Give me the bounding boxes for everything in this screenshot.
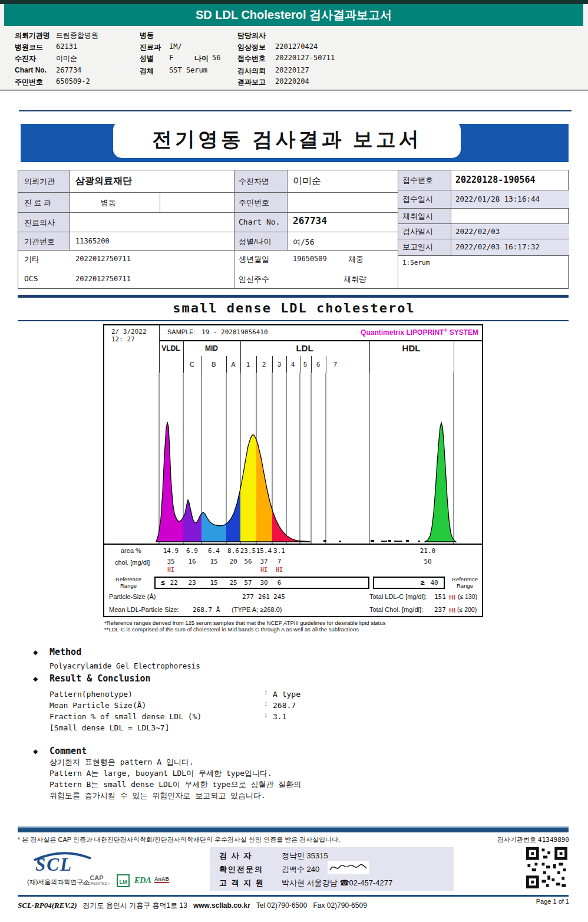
- sub-band-c: C: [190, 356, 194, 373]
- sample-value: 19 - 202819056410: [201, 328, 268, 336]
- doc-footer-line: SCL-RP04(REV.2) 경기도 용인시 기흥구 흥덕1로 13 www.…: [18, 901, 367, 911]
- cap-accredited-logo: CAP ACCREDITED✓: [80, 874, 113, 886]
- band-line: [272, 356, 273, 373]
- lipoprint-chart: 2/ 3/2022 12: 27 SAMPLE: 19 - 2028190564…: [103, 324, 483, 617]
- ref-value: 30: [260, 579, 267, 587]
- eda-logo: EDA: [134, 876, 151, 885]
- result-pattern-value: A type: [273, 690, 300, 699]
- grid-line: [18, 232, 398, 232]
- method-body: Polyacrylamide Gel Electrophoresis: [49, 661, 200, 670]
- customer-support-label: 고 객 지 원: [219, 878, 265, 888]
- registered-mark: ®: [444, 328, 447, 333]
- total-ldl-label: Total LDL-C [mg/dl]:: [369, 593, 427, 600]
- field-specimen: 검체SST Serum: [140, 66, 207, 76]
- divider: [18, 295, 569, 298]
- mean-row: Mean LDL-Particle Size: 268.7 Å (TYPE A;…: [104, 604, 482, 617]
- area-row: area % 14.9 6.9 6.4 8.6 23.5 15.4 3.1 21…: [104, 544, 482, 558]
- hi-flag: HI: [449, 607, 455, 614]
- field-department: 진료과IM/: [140, 42, 182, 52]
- sample-label: SAMPLE:: [167, 328, 196, 335]
- report-header: SD LDL Cholesterol 검사결과보고서 의뢰기관명드림종합병원 병…: [0, 0, 588, 91]
- value-chart-no: 267734: [293, 215, 327, 226]
- report-title-banner: SD LDL Cholesterol 검사결과보고서: [4, 4, 583, 26]
- sub-label-ward: 병동: [101, 197, 116, 208]
- lab-website: www.scllab.co.kr: [193, 901, 250, 910]
- area-value: 6.4: [208, 547, 220, 555]
- field-doctor: 담당의사: [237, 31, 275, 41]
- band-line: [183, 341, 184, 373]
- signature-scribble: [328, 861, 369, 874]
- electrophoresis-title: 전기영동 검사결과 보고서: [113, 121, 461, 158]
- sub-band-6: 6: [316, 356, 320, 373]
- grid-line: [398, 190, 569, 190]
- label-ocs: OCS: [24, 274, 38, 283]
- area-value: 23.5: [240, 547, 256, 555]
- value-patient-name: 이미순: [293, 175, 321, 187]
- value-reported-at: 2022/02/03 16:17:32: [455, 242, 540, 251]
- band-line: [159, 325, 160, 373]
- ref-value: 23: [188, 579, 196, 587]
- anab-logo: AnAB: [154, 876, 169, 883]
- divider: [19, 110, 572, 111]
- band-mid: MID: [205, 341, 218, 356]
- band-line: [311, 356, 312, 373]
- grid-line: [287, 170, 288, 250]
- label-resident-no: 주민번호: [239, 197, 269, 208]
- sub-band-3: 3: [278, 356, 281, 373]
- field-request-date: 검사의뢰20220127: [237, 66, 309, 76]
- grid-line: [160, 192, 160, 212]
- lm-logo: LM: [117, 874, 130, 887]
- mean-type: (TYPE A; ≥268.0): [232, 606, 282, 613]
- sub-band-7: 7: [333, 356, 337, 373]
- band-line: [300, 356, 300, 373]
- sub-band-b: B: [212, 356, 216, 373]
- field-request-org: 의뢰기관명드림종합병원: [15, 31, 98, 41]
- chol-value: 50: [424, 558, 431, 565]
- grid-line: [398, 208, 569, 209]
- grid-line: [18, 212, 398, 213]
- ref-value: 57: [244, 579, 252, 587]
- field-resident-no: 주민번호650509-2: [15, 77, 90, 87]
- colon: :: [264, 700, 268, 707]
- label-weight: 체중: [348, 254, 364, 265]
- result-fraction-value: 3.1: [273, 712, 286, 721]
- label-accession-no: 접수번호: [402, 175, 433, 186]
- accreditation-note: * 본 검사실은 CAP 인증과 대한진단검사의학회/진단검사의학재단의 우수검…: [18, 835, 340, 844]
- hi-flag: HI: [449, 594, 455, 601]
- result-pattern-label: Pattern(phenotype): [49, 690, 133, 699]
- area-value: 6.9: [186, 547, 198, 555]
- diamond-icon: ◆: [33, 746, 38, 756]
- value-sex-age: 여/56: [293, 237, 314, 248]
- chol-value: 7: [278, 558, 282, 565]
- divider: [18, 320, 569, 321]
- lab-address: 경기도 용인시 기흥구 흥덕1로 13: [83, 901, 187, 910]
- chol-value: 20: [229, 558, 237, 565]
- ref-ge: ≥: [420, 578, 424, 587]
- label-birthdate: 생년월일: [239, 254, 269, 265]
- hdl-peak: [425, 423, 456, 542]
- field-clinical-info: 임상정보2201270424: [237, 42, 318, 52]
- field-sex-age: 성별F나이56: [140, 54, 220, 64]
- total-ldl-value: 151: [434, 593, 446, 601]
- total-chol-ref: (≤ 200): [457, 606, 477, 613]
- lab-tel: Tel 02)790-6500: [256, 901, 308, 910]
- label-request-org: 의뢰기관: [24, 176, 55, 187]
- comment-line: 위험도를 증가시킬 수 있는 위험인자로 보고되고 있습니다.: [49, 791, 266, 801]
- label-gestation: 임신주수: [239, 274, 269, 285]
- band-hdl: HDL: [402, 341, 421, 356]
- patient-info-table: 의뢰기관 삼광의료재단 진 료 과 병동 진료의사 기관번호 11365200 …: [18, 170, 569, 289]
- band-ldl: LDL: [296, 341, 313, 356]
- grid-line: [398, 223, 569, 224]
- total-ldl-ref: (≤ 130): [458, 593, 477, 600]
- sub-band-1: 1: [246, 356, 250, 373]
- result-size-label: Mean Particle Size(Å): [49, 701, 146, 710]
- band-line: [256, 356, 257, 373]
- chol-row-label: chol. [mg/dl]: [115, 559, 150, 566]
- method-heading: Method: [49, 647, 81, 657]
- particle-value: 245: [273, 593, 285, 601]
- particle-value: 261: [258, 593, 270, 601]
- result-note: [Small dense LDL = LDL3~7]: [49, 723, 170, 732]
- value-request-org: 삼광의료재단: [75, 175, 132, 187]
- value-tested-at: 2022/02/03: [455, 227, 500, 236]
- value-ocs: 2022012750711: [75, 275, 131, 283]
